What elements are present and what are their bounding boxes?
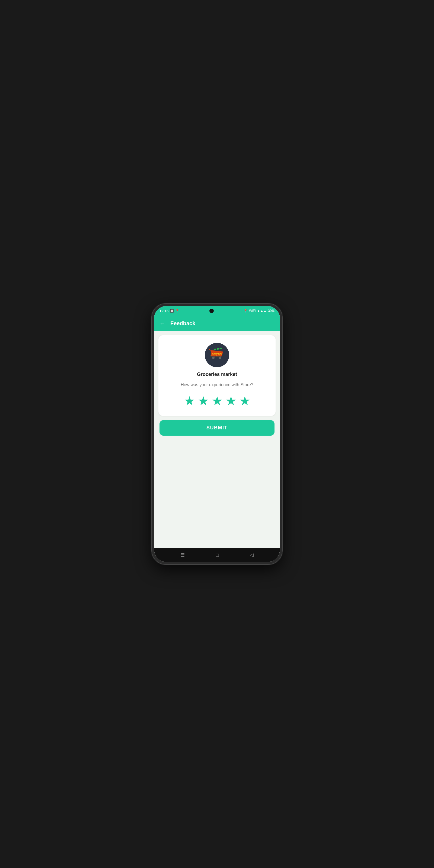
- store-name: Groceries market: [197, 372, 237, 377]
- nav-home-icon[interactable]: □: [216, 552, 219, 558]
- spacer: [158, 440, 276, 544]
- svg-point-0: [212, 357, 215, 359]
- status-time: 12:15: [159, 309, 168, 313]
- stars-container: ★ ★ ★ ★ ★: [184, 395, 250, 407]
- star-3[interactable]: ★: [212, 395, 223, 407]
- submit-section: SUBMIT: [158, 420, 276, 436]
- experience-question: How was your experience with Store?: [181, 382, 253, 388]
- main-content: SUPER Grocery Shopping Groceries market …: [154, 331, 280, 548]
- bottom-nav: ☰ □ ◁: [154, 548, 280, 562]
- svg-text:SUPER: SUPER: [212, 352, 222, 355]
- header: ← Feedback: [154, 316, 280, 331]
- header-title: Feedback: [170, 320, 195, 327]
- submit-button[interactable]: SUBMIT: [159, 420, 275, 436]
- battery-text: 30%: [268, 309, 275, 313]
- star-4[interactable]: ★: [225, 395, 237, 407]
- feedback-card: SUPER Grocery Shopping Groceries market …: [158, 335, 276, 416]
- nav-menu-icon[interactable]: ☰: [180, 552, 185, 558]
- signal-icon: ▲▲▲: [257, 309, 267, 313]
- status-left: 12:15 🔲 📍: [159, 309, 179, 313]
- status-bar: 12:15 🔲 📍 📍 WiFi ▲▲▲ 30%: [154, 306, 280, 316]
- status-icons: 📍 WiFi ▲▲▲ 30%: [244, 309, 275, 313]
- svg-point-1: [219, 357, 221, 359]
- nav-back-icon[interactable]: ◁: [250, 552, 254, 558]
- star-2[interactable]: ★: [198, 395, 209, 407]
- star-1[interactable]: ★: [184, 395, 195, 407]
- wifi-icon: WiFi: [249, 309, 255, 313]
- location-icon: 📍: [175, 309, 179, 313]
- notification-icon: 🔲: [170, 309, 174, 313]
- star-5[interactable]: ★: [239, 395, 250, 407]
- back-button[interactable]: ←: [158, 319, 166, 328]
- phone-frame: 12:15 🔲 📍 📍 WiFi ▲▲▲ 30% ← Feedback: [152, 304, 282, 564]
- camera-notch: [209, 309, 214, 313]
- svg-text:Grocery Shopping: Grocery Shopping: [211, 355, 221, 357]
- phone-screen: 12:15 🔲 📍 📍 WiFi ▲▲▲ 30% ← Feedback: [154, 306, 280, 562]
- logo-svg: SUPER Grocery Shopping: [206, 347, 228, 363]
- app-logo: SUPER Grocery Shopping: [205, 343, 229, 367]
- location-status-icon: 📍: [244, 309, 248, 313]
- status-center: [209, 309, 214, 313]
